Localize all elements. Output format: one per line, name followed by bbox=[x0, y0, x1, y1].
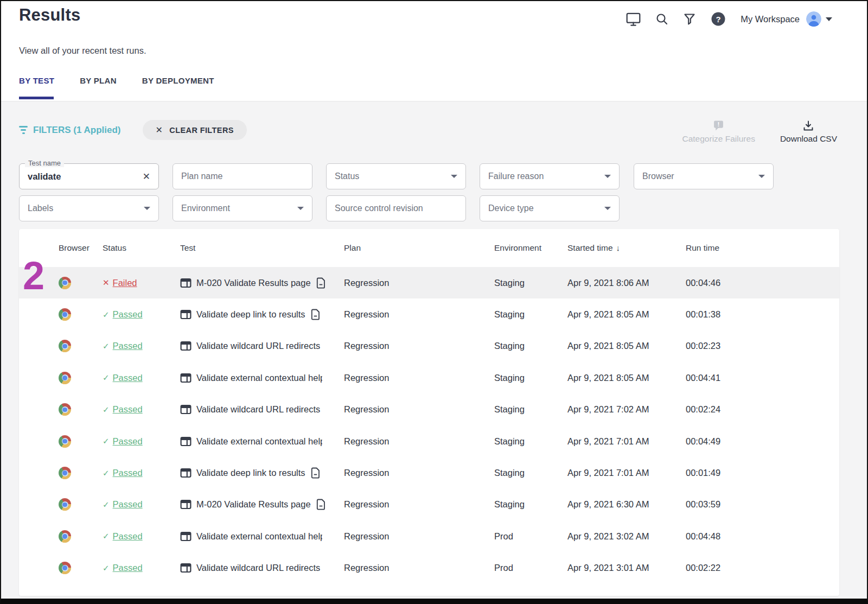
status-cell: ✓ Passed bbox=[103, 563, 180, 573]
started-time-cell: Apr 9, 2021 3:01 AM bbox=[567, 563, 686, 573]
device-type-filter[interactable]: Device type bbox=[480, 195, 620, 221]
chrome-icon bbox=[59, 277, 71, 289]
monitor-icon[interactable] bbox=[626, 12, 641, 26]
failure-reason-filter[interactable]: Failure reason bbox=[480, 163, 620, 189]
status-glyph: ✓ bbox=[103, 531, 110, 541]
test-name[interactable]: M-020 Validate Results page bbox=[196, 278, 311, 288]
test-name[interactable]: Validate external contextual help bbox=[196, 373, 322, 383]
table-row[interactable]: ✓ Passed Validate external contextual he… bbox=[19, 425, 839, 457]
workspace-menu[interactable]: My Workspace bbox=[741, 11, 832, 27]
test-cell: M-020 Validate Results page bbox=[180, 277, 344, 289]
run-time-cell: 00:04:41 bbox=[686, 373, 839, 383]
test-name[interactable]: Validate external contextual help bbox=[196, 531, 322, 542]
filter-lines-icon bbox=[19, 126, 28, 134]
environment-filter[interactable]: Environment bbox=[173, 195, 312, 221]
table-row[interactable]: ✓ Passed Validate wildcard URL redirects… bbox=[19, 394, 839, 425]
test-name[interactable]: Validate deep link to results bbox=[196, 309, 305, 320]
status-glyph: ✓ bbox=[103, 373, 110, 383]
header-status[interactable]: Status bbox=[103, 243, 180, 253]
run-time-cell: 00:02:24 bbox=[686, 404, 839, 415]
categorize-failures-button[interactable]: ! Categorize Failures bbox=[682, 120, 755, 144]
test-name[interactable]: Validate deep link to results bbox=[196, 468, 305, 478]
status-cell: ✓ Passed bbox=[103, 373, 180, 383]
table-row[interactable]: ✓ Passed Validate deep link to results R… bbox=[19, 298, 839, 330]
table-row[interactable]: ✓ Passed Validate deep link to results R… bbox=[19, 457, 839, 488]
test-name[interactable]: Validate external contextual help bbox=[196, 436, 322, 447]
download-csv-button[interactable]: Download CSV bbox=[780, 120, 837, 144]
status-link[interactable]: Passed bbox=[113, 373, 143, 383]
chrome-icon bbox=[59, 308, 71, 321]
table-row[interactable]: ✓ Passed Validate wildcard URL redirects… bbox=[19, 330, 839, 362]
plan-cell: Regression bbox=[344, 373, 494, 383]
search-icon[interactable] bbox=[655, 12, 668, 26]
status-link[interactable]: Passed bbox=[113, 499, 143, 510]
table-row[interactable]: ✓ Passed M-020 Validate Results page Reg… bbox=[19, 489, 839, 520]
status-glyph: ✓ bbox=[103, 500, 110, 510]
chrome-icon bbox=[59, 403, 71, 416]
help-icon[interactable]: ? bbox=[711, 11, 726, 27]
status-link[interactable]: Failed bbox=[113, 278, 137, 288]
browser-filter[interactable]: Browser bbox=[634, 163, 774, 189]
header-started-time[interactable]: Started time↓ bbox=[567, 243, 686, 253]
clear-test-name-icon[interactable]: ✕ bbox=[143, 171, 150, 182]
tab-by-plan[interactable]: BY PLAN bbox=[80, 76, 117, 99]
run-time-cell: 00:04:49 bbox=[686, 436, 839, 447]
labels-filter[interactable]: Labels bbox=[19, 195, 159, 221]
status-filter[interactable]: Status bbox=[326, 163, 466, 189]
source-control-revision-filter-label: Source control revision bbox=[335, 204, 457, 213]
header-browser[interactable]: Browser bbox=[59, 243, 103, 253]
status-link[interactable]: Passed bbox=[113, 563, 143, 573]
table-row[interactable]: ✓ Passed Validate wildcard URL redirects… bbox=[19, 552, 839, 584]
categorize-failures-label: Categorize Failures bbox=[682, 134, 755, 144]
clear-filters-button[interactable]: ✕ CLEAR FILTERS bbox=[143, 120, 247, 140]
table-row[interactable]: ✕ Failed M-020 Validate Results page Reg… bbox=[19, 267, 839, 298]
test-cell: Validate deep link to results bbox=[180, 467, 344, 479]
status-link[interactable]: Passed bbox=[113, 341, 143, 351]
status-link[interactable]: Passed bbox=[113, 531, 143, 542]
test-name[interactable]: M-020 Validate Results page bbox=[196, 499, 311, 510]
test-cell: Validate external contextual help bbox=[180, 531, 344, 542]
status-link[interactable]: Passed bbox=[113, 468, 143, 478]
tab-by-deployment[interactable]: BY DEPLOYMENT bbox=[142, 76, 214, 99]
environment-cell: Staging bbox=[494, 468, 567, 478]
test-name-filter[interactable]: Test name validate ✕ bbox=[19, 163, 159, 189]
status-cell: ✕ Failed bbox=[103, 278, 180, 288]
doc-icon[interactable] bbox=[316, 499, 326, 510]
tab-by-test[interactable]: BY TEST bbox=[19, 76, 54, 99]
doc-icon[interactable] bbox=[310, 467, 321, 479]
test-name[interactable]: Validate wildcard URL redirects bbox=[196, 563, 320, 573]
test-name[interactable]: Validate wildcard URL redirects bbox=[196, 341, 320, 351]
table-row[interactable]: ✓ Passed Validate external contextual he… bbox=[19, 362, 839, 393]
test-window-icon bbox=[180, 562, 192, 574]
header-run-time[interactable]: Run time bbox=[686, 243, 839, 253]
filters-toggle[interactable]: FILTERS (1 Applied) bbox=[19, 125, 121, 136]
status-cell: ✓ Passed bbox=[103, 436, 180, 447]
table-actions: ! Categorize Failures Download CSV bbox=[682, 120, 837, 144]
table-header-row: Browser Status Test Plan Environment Sta… bbox=[19, 229, 839, 267]
chrome-icon bbox=[59, 435, 71, 448]
test-window-icon bbox=[180, 372, 192, 384]
header-test[interactable]: Test bbox=[180, 243, 344, 253]
header-plan[interactable]: Plan bbox=[344, 243, 494, 253]
source-control-revision-filter[interactable]: Source control revision bbox=[326, 195, 466, 221]
started-time-cell: Apr 9, 2021 8:05 AM bbox=[567, 309, 686, 320]
status-cell: ✓ Passed bbox=[103, 468, 180, 478]
doc-icon[interactable] bbox=[310, 309, 321, 320]
filter-funnel-icon[interactable] bbox=[683, 12, 696, 26]
test-cell: Validate wildcard URL redirects bbox=[180, 404, 344, 415]
status-link[interactable]: Passed bbox=[113, 436, 143, 447]
plan-name-filter[interactable]: Plan name bbox=[173, 163, 312, 189]
status-filter-label: Status bbox=[335, 171, 451, 181]
device-type-filter-label: Device type bbox=[488, 204, 604, 213]
status-glyph: ✕ bbox=[103, 278, 110, 288]
status-link[interactable]: Passed bbox=[113, 404, 143, 415]
sort-descending-icon[interactable]: ↓ bbox=[616, 243, 621, 252]
status-link[interactable]: Passed bbox=[113, 309, 143, 320]
test-name-filter-label: Test name bbox=[25, 159, 64, 167]
table-row[interactable]: ✓ Passed Validate external contextual he… bbox=[19, 520, 839, 552]
doc-icon[interactable] bbox=[316, 277, 326, 289]
environment-cell: Staging bbox=[494, 404, 567, 415]
header-environment[interactable]: Environment bbox=[494, 243, 567, 253]
clear-filters-label: CLEAR FILTERS bbox=[169, 126, 234, 135]
test-name[interactable]: Validate wildcard URL redirects bbox=[196, 404, 320, 415]
